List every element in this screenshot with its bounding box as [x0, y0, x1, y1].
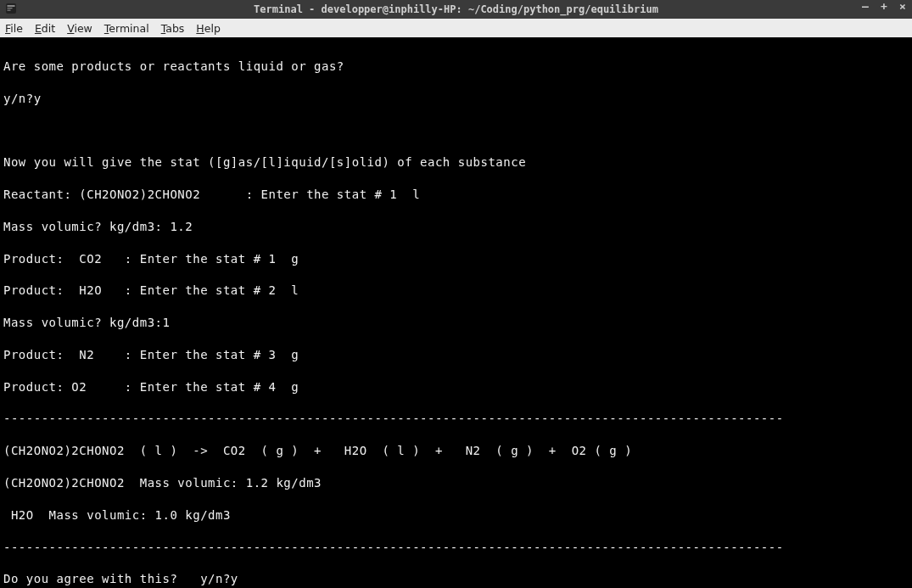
term-line: Product: CO2 : Enter the stat # 1 g — [3, 251, 909, 267]
window-controls: – + × — [859, 0, 909, 13]
menu-edit[interactable]: Edit — [35, 22, 55, 35]
term-line: Product: N2 : Enter the stat # 3 g — [3, 347, 909, 363]
menu-help[interactable]: Help — [196, 22, 221, 35]
menu-terminal[interactable]: Terminal — [104, 22, 149, 35]
term-line: y/n?y — [3, 91, 909, 107]
menu-tabs[interactable]: Tabs — [161, 22, 185, 35]
close-button[interactable]: × — [897, 0, 909, 13]
menu-view[interactable]: View — [67, 22, 92, 35]
svg-rect-1 — [8, 5, 15, 7]
window-titlebar: Terminal - developper@inphilly-HP: ~/Cod… — [0, 0, 912, 19]
svg-rect-2 — [8, 8, 13, 8]
term-line: H2O Mass volumic: 1.0 kg/dm3 — [3, 507, 909, 524]
app-icon — [5, 3, 17, 14]
term-line: Mass volumic? kg/dm3: 1.2 — [3, 219, 909, 235]
term-line: (CH2ONO2)2CHONO2 Mass volumic: 1.2 kg/dm… — [3, 475, 909, 491]
term-line: (CH2ONO2)2CHONO2 ( l ) -> CO2 ( g ) + H2… — [3, 443, 909, 459]
term-line — [3, 122, 909, 138]
minimize-button[interactable]: – — [859, 0, 871, 13]
svg-rect-3 — [8, 10, 11, 11]
term-line: Reactant: (CH2ONO2)2CHONO2 : Enter the s… — [3, 187, 909, 203]
term-line: Now you will give the stat ([g]as/[l]iqu… — [3, 154, 909, 171]
window-title: Terminal - developper@inphilly-HP: ~/Cod… — [254, 3, 658, 15]
term-line: Are some products or reactants liquid or… — [3, 59, 909, 75]
menubar: File Edit View Terminal Tabs Help — [0, 19, 912, 37]
term-line: ----------------------------------------… — [3, 540, 909, 556]
menu-file[interactable]: File — [5, 22, 23, 35]
term-line: ----------------------------------------… — [3, 411, 909, 427]
term-line: Product: H2O : Enter the stat # 2 l — [3, 283, 909, 299]
term-line: Do you agree with this? y/n?y — [3, 571, 909, 587]
term-line: Mass volumic? kg/dm3:1 — [3, 315, 909, 331]
term-line: Product: O2 : Enter the stat # 4 g — [3, 379, 909, 395]
terminal-output[interactable]: Are some products or reactants liquid or… — [0, 37, 912, 588]
maximize-button[interactable]: + — [878, 0, 890, 13]
